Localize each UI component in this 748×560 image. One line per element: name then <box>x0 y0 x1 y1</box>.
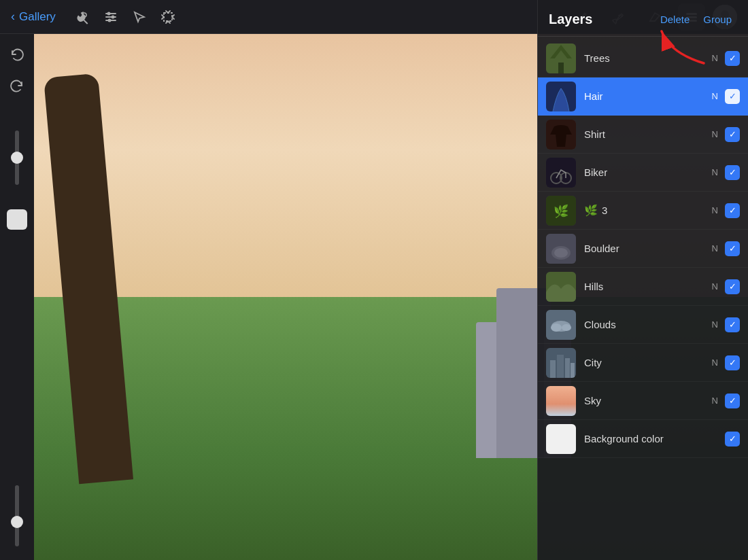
layers-title: Layers <box>549 12 655 27</box>
adjust-tool[interactable] <box>99 5 123 29</box>
svg-rect-35 <box>557 355 564 378</box>
redo-button[interactable] <box>5 75 29 99</box>
layer-thumb-boulder <box>546 234 576 264</box>
transform-tool[interactable] <box>156 5 180 29</box>
layer-thumb-background <box>546 424 576 454</box>
layer-visibility-hair[interactable]: ✓ <box>725 89 740 104</box>
svg-rect-38 <box>546 386 576 416</box>
layer-name-sky: Sky <box>584 395 712 406</box>
layer-mode-boulder: N <box>712 243 718 253</box>
layer-thumb-trees <box>546 43 576 73</box>
layer-row-group3[interactable]: 🌿🌿3N✓ <box>538 192 748 230</box>
layer-visibility-background[interactable]: ✓ <box>725 432 740 447</box>
layer-visibility-clouds[interactable]: ✓ <box>725 317 740 332</box>
layer-row-trees[interactable]: TreesN✓ <box>538 39 748 77</box>
layer-row-background[interactable]: Background color✓ <box>538 420 748 458</box>
svg-rect-20 <box>546 158 576 188</box>
brush-size-handle[interactable] <box>11 152 23 164</box>
gallery-label: Gallery <box>19 10 56 24</box>
undo-button[interactable] <box>5 43 29 68</box>
layer-thumb-sky <box>546 386 576 416</box>
layer-visibility-hills[interactable]: ✓ <box>725 279 740 294</box>
svg-point-5 <box>111 15 114 18</box>
layer-visibility-boulder[interactable]: ✓ <box>725 241 740 256</box>
svg-point-4 <box>107 12 110 15</box>
layer-row-sky[interactable]: SkyN✓ <box>538 382 748 420</box>
svg-rect-2 <box>105 13 116 14</box>
layer-thumb-clouds <box>546 310 576 340</box>
layer-name-city: City <box>584 357 712 368</box>
layer-visibility-shirt[interactable]: ✓ <box>725 127 740 142</box>
layers-list: TreesN✓HairN✓ShirtN✓BikerN✓🌿🌿3N✓BoulderN… <box>538 37 748 560</box>
brush-size-slider[interactable] <box>15 130 19 185</box>
layer-visibility-group3[interactable]: ✓ <box>725 203 740 218</box>
selection-tool[interactable] <box>127 5 152 29</box>
svg-rect-1 <box>105 16 116 18</box>
layer-mode-sky: N <box>712 396 718 406</box>
layer-name-trees: Trees <box>584 52 712 64</box>
layer-thumb-shirt <box>546 120 576 150</box>
color-swatch[interactable] <box>7 209 27 230</box>
layers-panel: Layers Delete Group TreesN✓HairN✓ShirtN✓… <box>537 0 748 560</box>
layer-visibility-sky[interactable]: ✓ <box>725 393 740 408</box>
gallery-button[interactable]: ‹ Gallery <box>11 10 56 24</box>
layer-name-boulder: Boulder <box>584 243 712 254</box>
opacity-slider[interactable] <box>15 485 19 546</box>
layer-mode-hills: N <box>712 281 718 292</box>
layer-mode-shirt: N <box>712 129 718 139</box>
layer-thumb-biker <box>546 158 576 188</box>
layer-mode-group3: N <box>712 205 718 215</box>
biker-figure <box>320 220 510 506</box>
layer-thumb-city <box>546 348 576 378</box>
svg-rect-37 <box>571 363 575 378</box>
layer-mode-biker: N <box>712 167 718 177</box>
layer-name-clouds: Clouds <box>584 319 712 330</box>
layer-name-shirt: Shirt <box>584 128 712 140</box>
layer-thumb-hills <box>546 272 576 302</box>
layer-row-biker[interactable]: BikerN✓ <box>538 154 748 192</box>
svg-rect-34 <box>550 360 556 378</box>
layers-header: Layers Delete Group <box>538 0 748 37</box>
group-button[interactable]: Group <box>698 11 737 28</box>
layer-thumb-hair <box>546 82 576 111</box>
chevron-left-icon: ‹ <box>11 10 15 24</box>
layer-row-boulder[interactable]: BoulderN✓ <box>538 230 748 268</box>
layer-visibility-biker[interactable]: ✓ <box>725 165 740 180</box>
layer-row-city[interactable]: CityN✓ <box>538 344 748 382</box>
layer-row-shirt[interactable]: ShirtN✓ <box>538 116 748 154</box>
left-sidebar <box>0 34 34 560</box>
wrench-tool[interactable] <box>70 5 95 29</box>
layer-name-hair: Hair <box>584 90 712 102</box>
layer-name-group3: 🌿3 <box>584 204 712 217</box>
svg-rect-36 <box>565 358 570 378</box>
layer-visibility-trees[interactable]: ✓ <box>725 51 740 66</box>
opacity-handle[interactable] <box>11 516 23 528</box>
layer-row-hills[interactable]: HillsN✓ <box>538 268 748 306</box>
delete-button[interactable]: Delete <box>655 11 695 28</box>
layer-name-background: Background color <box>584 433 718 444</box>
svg-point-31 <box>551 323 562 332</box>
layer-mode-city: N <box>712 357 718 368</box>
layer-mode-clouds: N <box>712 319 718 330</box>
layer-mode-trees: N <box>712 53 718 63</box>
svg-point-32 <box>562 324 571 331</box>
layer-mode-hair: N <box>712 91 718 101</box>
svg-rect-39 <box>546 424 576 454</box>
layer-row-hair[interactable]: HairN✓ <box>538 77 748 116</box>
layer-visibility-city[interactable]: ✓ <box>725 355 740 370</box>
svg-point-27 <box>554 248 568 258</box>
layer-row-clouds[interactable]: CloudsN✓ <box>538 306 748 344</box>
layer-thumb-group3: 🌿 <box>546 196 576 226</box>
svg-text:🌿: 🌿 <box>554 203 569 218</box>
svg-point-6 <box>107 18 111 22</box>
layer-name-hills: Hills <box>584 281 712 292</box>
layer-name-biker: Biker <box>584 167 712 178</box>
